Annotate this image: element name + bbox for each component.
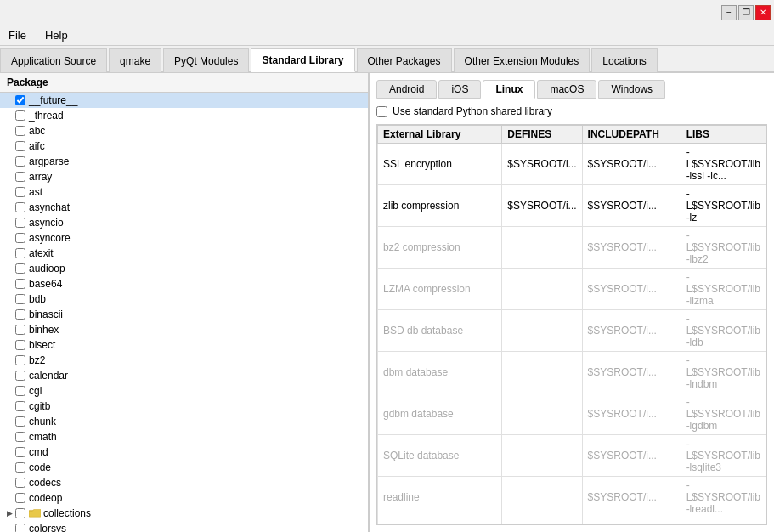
list-item[interactable]: argparse xyxy=(0,154,368,169)
expand-arrow-icon[interactable]: ▶ xyxy=(3,506,15,521)
list-item[interactable]: cmath xyxy=(0,429,368,444)
os-tab-windows[interactable]: Windows xyxy=(598,80,665,99)
restore-button[interactable]: ❐ xyxy=(738,5,754,20)
expand-arrow-icon xyxy=(3,169,15,184)
pkg-checkbox[interactable] xyxy=(15,355,25,365)
pkg-checkbox[interactable] xyxy=(15,218,25,228)
tab-qmake[interactable]: qmake xyxy=(109,48,161,72)
list-item[interactable]: code xyxy=(0,460,368,475)
table-row[interactable]: BSD db database$SYSROOT/i...-L$SYSROOT/l… xyxy=(378,310,766,352)
pkg-checkbox[interactable] xyxy=(15,202,25,212)
pkg-checkbox[interactable] xyxy=(15,172,25,182)
tab-application-source[interactable]: Application Source xyxy=(0,48,107,72)
tab-other-extension-modules[interactable]: Other Extension Modules xyxy=(454,48,590,72)
table-row[interactable]: SQLite database$SYSROOT/i...-L$SYSROOT/l… xyxy=(378,435,766,477)
tab-other-packages[interactable]: Other Packages xyxy=(357,48,452,72)
table-row[interactable]: dbm database$SYSROOT/i...-L$SYSROOT/lib … xyxy=(378,352,766,393)
pkg-label: __future__ xyxy=(29,94,77,106)
pkg-checkbox[interactable] xyxy=(15,156,25,167)
pkg-checkbox[interactable] xyxy=(15,386,25,396)
list-item[interactable]: codecs xyxy=(0,475,368,490)
pkg-checkbox[interactable] xyxy=(15,279,25,289)
list-item[interactable]: asyncore xyxy=(0,230,368,246)
pkg-checkbox[interactable] xyxy=(15,432,25,442)
list-item[interactable]: bz2 xyxy=(0,353,368,368)
menu-help[interactable]: Help xyxy=(40,27,73,43)
os-tab-ios[interactable]: iOS xyxy=(438,80,481,99)
list-item[interactable]: aifc xyxy=(0,139,368,154)
pkg-checkbox[interactable] xyxy=(15,309,25,320)
table-row[interactable]: SSL encryption$SYSROOT/i...$SYSROOT/i...… xyxy=(378,144,766,185)
os-tab-android[interactable]: Android xyxy=(376,80,437,99)
expand-arrow-icon xyxy=(3,444,15,460)
pkg-checkbox[interactable] xyxy=(15,478,25,488)
expand-arrow-icon xyxy=(3,139,15,154)
tab-pyqt-modules[interactable]: PyQt Modules xyxy=(163,48,249,72)
list-item[interactable]: ▶ collections xyxy=(0,506,368,521)
pkg-checkbox[interactable] xyxy=(15,95,25,105)
list-item[interactable]: audioop xyxy=(0,261,368,276)
list-item[interactable]: abc xyxy=(0,123,368,139)
use-shared-library-checkbox[interactable] xyxy=(376,106,387,117)
list-item[interactable]: cgi xyxy=(0,383,368,399)
pkg-checkbox[interactable] xyxy=(15,524,25,532)
pkg-checkbox[interactable] xyxy=(15,371,25,381)
table-row[interactable]: zlib compression$SYSROOT/i...$SYSROOT/i.… xyxy=(378,185,766,227)
right-panel: Android iOS Linux macOS Windows Use stan… xyxy=(370,73,774,532)
use-shared-library-label: Use standard Python shared library xyxy=(393,105,552,117)
pkg-checkbox[interactable] xyxy=(15,325,25,335)
pkg-checkbox[interactable] xyxy=(15,126,25,136)
list-item[interactable]: asyncio xyxy=(0,215,368,230)
col-header-defines: DEFINES xyxy=(502,126,582,144)
table-cell: -L$SYSROOT/lib -lsqlite3 xyxy=(681,435,766,477)
pkg-checkbox[interactable] xyxy=(15,263,25,274)
list-item[interactable]: bisect xyxy=(0,337,368,353)
pkg-checkbox[interactable] xyxy=(15,141,25,151)
pkg-checkbox[interactable] xyxy=(15,462,25,473)
list-item[interactable]: base64 xyxy=(0,276,368,291)
table-row[interactable]: LZMA compression$SYSROOT/i...-L$SYSROOT/… xyxy=(378,269,766,310)
close-button[interactable]: ✕ xyxy=(755,5,771,20)
pkg-checkbox[interactable] xyxy=(15,110,25,121)
pkg-checkbox[interactable] xyxy=(15,416,25,427)
list-item[interactable]: binhex xyxy=(0,322,368,337)
list-item[interactable]: cgitb xyxy=(0,399,368,414)
list-item[interactable]: array xyxy=(0,169,368,184)
minimize-button[interactable]: − xyxy=(721,5,737,20)
list-item[interactable]: __future__ xyxy=(0,93,368,108)
list-item[interactable]: chunk xyxy=(0,414,368,429)
table-row[interactable]: readline$SYSROOT/i...-L$SYSROOT/lib -lre… xyxy=(378,477,766,518)
tab-locations[interactable]: Locations xyxy=(591,48,657,72)
os-tab-macos[interactable]: macOS xyxy=(537,80,596,99)
pkg-checkbox[interactable] xyxy=(15,493,25,503)
pkg-checkbox[interactable] xyxy=(15,508,25,518)
list-item[interactable]: asynchat xyxy=(0,200,368,215)
pkg-checkbox[interactable] xyxy=(15,248,25,258)
pkg-label: abc xyxy=(29,125,45,137)
list-item[interactable]: ast xyxy=(0,184,368,200)
expand-arrow-icon xyxy=(3,521,15,532)
pkg-checkbox[interactable] xyxy=(15,294,25,304)
table-row[interactable]: bz2 compression$SYSROOT/i...-L$SYSROOT/l… xyxy=(378,227,766,269)
table-row[interactable]: gdbm database$SYSROOT/i...-L$SYSROOT/lib… xyxy=(378,393,766,435)
table-cell: LZMA compression xyxy=(378,269,502,310)
tab-standard-library[interactable]: Standard Library xyxy=(251,48,354,72)
package-list[interactable]: __future___threadabcaifcargparsearrayast… xyxy=(0,93,368,532)
list-item[interactable]: binascii xyxy=(0,307,368,322)
table-cell: dbm database xyxy=(378,352,502,393)
list-item[interactable]: atexit xyxy=(0,246,368,261)
list-item[interactable]: _thread xyxy=(0,108,368,123)
list-item[interactable]: codeop xyxy=(0,490,368,506)
list-item[interactable]: colorsys xyxy=(0,521,368,532)
list-item[interactable]: cmd xyxy=(0,444,368,460)
pkg-checkbox[interactable] xyxy=(15,340,25,350)
pkg-checkbox[interactable] xyxy=(15,233,25,243)
pkg-checkbox[interactable] xyxy=(15,187,25,197)
pkg-checkbox[interactable] xyxy=(15,401,25,411)
pkg-checkbox[interactable] xyxy=(15,447,25,457)
os-tab-linux[interactable]: Linux xyxy=(483,80,535,99)
menu-file[interactable]: File xyxy=(3,27,31,43)
list-item[interactable]: bdb xyxy=(0,291,368,307)
list-item[interactable]: calendar xyxy=(0,368,368,383)
table-row[interactable]: Curses$SYSROOT/i...-L$SYSROOT/lib -lcurs… xyxy=(378,518,766,526)
